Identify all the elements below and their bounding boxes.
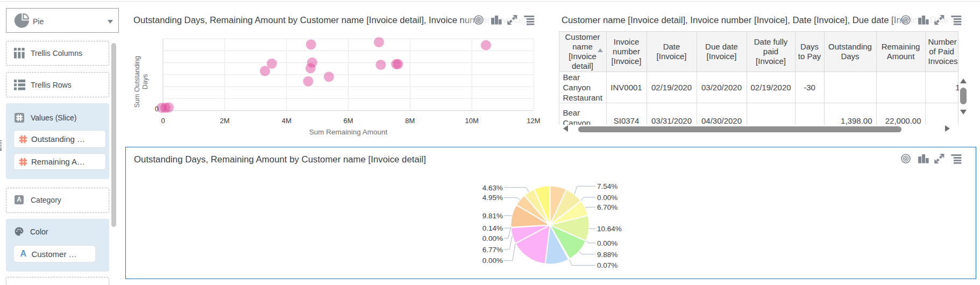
svg-text:10.64%: 10.64% (597, 225, 622, 233)
svg-text:0.00%: 0.00% (482, 256, 503, 265)
svg-text:Sum Outstanding: Sum Outstanding (133, 56, 141, 108)
svg-text:6.77%: 6.77% (482, 246, 503, 254)
svg-text:4.95%: 4.95% (482, 194, 503, 202)
svg-text:4.63%: 4.63% (482, 184, 503, 192)
svg-text:0: 0 (161, 117, 165, 125)
svg-text:6M: 6M (343, 117, 353, 125)
svg-text:4M: 4M (282, 117, 292, 125)
svg-text:2M: 2M (220, 117, 230, 125)
svg-text:0.00%: 0.00% (597, 239, 617, 247)
svg-text:8M: 8M (405, 117, 415, 125)
svg-text:7.54%: 7.54% (597, 182, 617, 190)
svg-text:0: 0 (155, 105, 159, 113)
svg-text:Days: Days (141, 74, 149, 89)
svg-text:Sum Remaining Amount: Sum Remaining Amount (309, 128, 388, 136)
svg-text:12M: 12M (527, 117, 540, 125)
svg-text:9.88%: 9.88% (597, 251, 617, 259)
svg-text:0.00%: 0.00% (482, 234, 503, 243)
svg-text:0.14%: 0.14% (482, 224, 503, 232)
svg-text:0.07%: 0.07% (597, 261, 617, 269)
svg-text:9.81%: 9.81% (482, 212, 503, 220)
svg-text:10M: 10M (465, 117, 479, 125)
svg-text:6.70%: 6.70% (597, 203, 617, 211)
svg-text:0.00%: 0.00% (597, 194, 617, 202)
